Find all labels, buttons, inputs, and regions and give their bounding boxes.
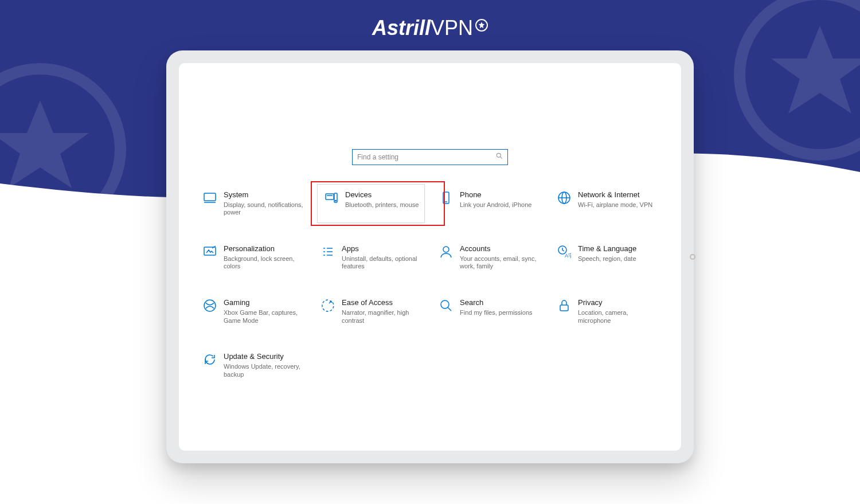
tile-personalization[interactable]: Personalization Background, lock screen,… [196,239,310,276]
tile-subtitle: Speech, region, date [578,255,659,263]
phone-icon [437,190,455,205]
personalization-icon [201,244,219,259]
tile-ease-of-access[interactable]: Ease of Access Narrator, magnifier, high… [314,292,428,330]
tile-title: Privacy [578,298,659,307]
tile-privacy[interactable]: Privacy Location, camera, microphone [550,292,664,330]
tile-devices[interactable]: Devices Bluetooth, printers, mouse [318,185,424,222]
tile-phone[interactable]: Phone Link your Android, iPhone [432,185,546,222]
tablet-frame: System Display, sound, notifications, po… [166,50,694,463]
svg-point-8 [335,200,337,201]
time-language-icon: A字 [555,244,573,259]
tile-accounts[interactable]: Accounts Your accounts, email, sync, wor… [432,239,546,276]
settings-categories-grid: System Display, sound, notifications, po… [196,185,664,384]
tile-title: Personalization [224,244,305,253]
settings-screen: System Display, sound, notifications, po… [179,63,681,451]
tile-subtitle: Background, lock screen, colors [224,255,305,271]
devices-icon [322,190,341,205]
star-badge-icon [475,19,488,32]
tile-subtitle: Your accounts, email, sync, work, family [460,255,541,271]
settings-search-input[interactable] [352,149,508,165]
tile-title: Accounts [460,244,541,253]
tile-subtitle: Find my files, permissions [460,309,541,317]
tile-title: Search [460,298,541,307]
settings-search-wrap [352,149,508,165]
svg-point-25 [204,300,216,311]
svg-text:A字: A字 [565,253,571,259]
tile-title: Devices [345,190,420,200]
privacy-icon [555,298,573,312]
tile-subtitle: Bluetooth, printers, mouse [345,201,420,209]
svg-point-26 [441,300,449,308]
search-tile-icon [437,298,455,312]
accounts-icon [437,244,455,259]
tile-subtitle: Wi-Fi, airplane mode, VPN [578,201,659,209]
tile-subtitle: Uninstall, defaults, optional features [342,255,423,271]
tile-time-language[interactable]: A字 Time & Language Speech, region, date [550,239,664,276]
update-icon [201,352,219,366]
tile-network[interactable]: Network & Internet Wi-Fi, airplane mode,… [550,185,664,222]
tile-gaming[interactable]: Gaming Xbox Game Bar, captures, Game Mod… [196,292,310,330]
system-icon [201,190,219,205]
svg-rect-6 [326,194,334,200]
tile-title: Phone [460,190,541,200]
tile-subtitle: Narrator, magnifier, high contrast [342,309,423,325]
tile-system[interactable]: System Display, sound, notifications, po… [196,185,310,222]
tile-subtitle: Link your Android, iPhone [460,201,541,209]
tile-title: Time & Language [578,244,659,253]
tile-title: Ease of Access [342,298,423,307]
tile-title: Network & Internet [578,190,659,200]
svg-point-0 [0,69,120,229]
brand-name-bold: Astrill [372,16,431,40]
brand-name-thin: VPN [431,16,473,40]
tile-search[interactable]: Search Find my files, permissions [432,292,546,330]
tile-subtitle: Windows Update, recovery, backup [224,363,305,379]
tile-update-security[interactable]: Update & Security Windows Update, recove… [196,346,310,384]
brand-header: AstrillVPN [0,16,860,40]
globe-icon [555,190,573,205]
apps-icon [319,244,337,259]
svg-rect-28 [560,305,568,311]
svg-rect-4 [204,193,216,201]
tile-title: Gaming [224,298,305,307]
brand-logo: AstrillVPN [372,16,488,40]
tile-title: System [224,190,305,200]
tile-subtitle: Display, sound, notifications, power [224,201,305,217]
tile-subtitle: Xbox Game Bar, captures, Game Mode [224,309,305,325]
svg-line-27 [448,307,451,311]
tile-title: Apps [342,244,423,253]
ease-of-access-icon [319,298,337,312]
gaming-icon [201,298,219,312]
tile-apps[interactable]: Apps Uninstall, defaults, optional featu… [314,239,428,276]
svg-point-22 [443,247,449,252]
tile-title: Update & Security [224,352,305,361]
tile-subtitle: Location, camera, microphone [578,309,659,325]
